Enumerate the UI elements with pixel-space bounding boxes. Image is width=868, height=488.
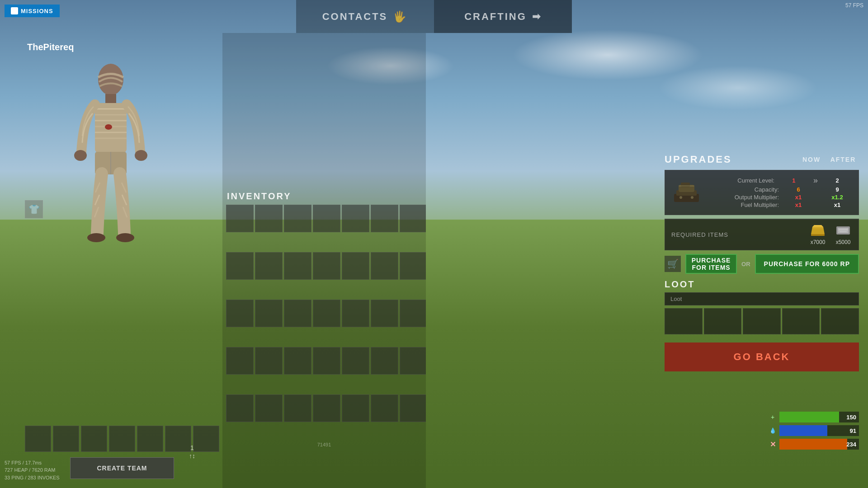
hotbar-slot-3[interactable]: [81, 426, 107, 452]
inv-slot-4-1[interactable]: [255, 394, 283, 422]
hotbar-slot-4[interactable]: [109, 426, 135, 452]
inv-slot-2-2[interactable]: [284, 300, 311, 327]
req-item-1-count: x7000: [811, 239, 826, 245]
inv-slot-1-0[interactable]: [226, 252, 254, 280]
hotbar-slot-2[interactable]: [53, 426, 79, 452]
current-level-label: Current Level:: [708, 177, 778, 184]
inv-slot-2-1[interactable]: [255, 300, 283, 327]
inv-slot-3-6[interactable]: [400, 347, 426, 375]
loot-grid: [665, 308, 859, 334]
inv-slot-3-5[interactable]: [371, 347, 398, 375]
debug-heap: 727 HEAP / 7620 RAM: [5, 466, 60, 474]
purchase-items-button[interactable]: PURCHASE FOR ITEMS: [685, 254, 737, 274]
inventory-grid-container: [226, 205, 422, 441]
contacts-tab[interactable]: CONTACTS 🖐: [296, 0, 434, 33]
inv-slot-0-2[interactable]: [284, 205, 311, 232]
inv-slot-1-2[interactable]: [284, 252, 311, 280]
missions-icon: [11, 7, 18, 14]
nav-tabs: CONTACTS 🖐 CRAFTING ➡: [296, 0, 572, 33]
loot-slot-0[interactable]: [665, 308, 703, 334]
health-bar-fill: [779, 412, 839, 422]
hydration-bar-row: 💧 91: [769, 425, 859, 436]
loot-slot-4[interactable]: [821, 308, 859, 334]
inv-slot-3-4[interactable]: [342, 347, 369, 375]
inv-slot-4-0[interactable]: [226, 394, 254, 422]
inv-slot-3-3[interactable]: [313, 347, 340, 375]
right-panel: UPGRADES NOW AFTER: [665, 154, 859, 371]
cart-icon: 🛒: [667, 258, 679, 269]
column-headers: NOW AFTER: [796, 156, 859, 163]
go-back-button[interactable]: GO BACK: [665, 343, 859, 371]
inv-slot-2-0[interactable]: [226, 300, 254, 327]
req-item-2-count: x5000: [836, 239, 851, 245]
stat-current-level: Current Level: 1 » 2: [708, 176, 853, 185]
inv-slot-4-5[interactable]: [371, 394, 398, 422]
hydration-value: 91: [850, 427, 856, 434]
upgrade-row: Current Level: 1 » 2 Capacity: 6 9 Outpu…: [670, 176, 853, 209]
gold-bar-icon: [809, 224, 827, 237]
inv-slot-0-4[interactable]: [342, 205, 369, 232]
fps-counter: 57 FPS: [845, 2, 863, 9]
inv-slot-2-6[interactable]: [400, 300, 426, 327]
character-model: [47, 57, 174, 274]
inv-slot-0-6[interactable]: [400, 205, 426, 232]
inv-slot-3-1[interactable]: [255, 347, 283, 375]
loot-slot-2[interactable]: [743, 308, 781, 334]
inv-slot-4-6[interactable]: [400, 394, 426, 422]
svg-point-9: [105, 124, 112, 130]
inv-slot-4-4[interactable]: [342, 394, 369, 422]
hydration-bar-bg: 91: [779, 425, 859, 436]
debug-info: 57 FPS / 17.7ms 727 HEAP / 7620 RAM 33 P…: [5, 459, 60, 482]
hotbar-slot-1[interactable]: [25, 426, 51, 452]
clothing-slot[interactable]: 👕: [25, 200, 43, 218]
purchase-rp-button[interactable]: PURCHASE FOR 6000 RP: [755, 254, 859, 274]
required-item-1: x7000: [809, 224, 827, 245]
hotbar-slot-5[interactable]: [137, 426, 163, 452]
inv-slot-3-2[interactable]: [284, 347, 311, 375]
missions-button[interactable]: MISSIONS: [5, 5, 60, 17]
hotbar-slot-7[interactable]: [193, 426, 219, 452]
svg-point-20: [87, 233, 105, 242]
health-bar-bg: 150: [779, 412, 859, 422]
inv-slot-1-6[interactable]: [400, 252, 426, 280]
inv-slot-3-0[interactable]: [226, 347, 254, 375]
create-team-button[interactable]: CREATE TEAM: [70, 457, 174, 479]
status-bars: + 150 💧 91 ✕ 234: [769, 412, 859, 450]
inv-slot-1-5[interactable]: [371, 252, 398, 280]
food-value: 234: [846, 441, 856, 448]
inv-slot-0-0[interactable]: [226, 205, 254, 232]
inv-slot-0-5[interactable]: [371, 205, 398, 232]
capacity-now: 6: [783, 186, 814, 193]
inv-slot-2-4[interactable]: [342, 300, 369, 327]
stat-fuel-mult: Fuel Multiplier: x1 x1: [708, 202, 853, 208]
inv-slot-0-1[interactable]: [255, 205, 283, 232]
output-mult-after: x1.2: [821, 194, 853, 201]
inventory-area: INVENTORY: [222, 33, 426, 488]
inv-slot-1-3[interactable]: [313, 252, 340, 280]
stat-output-mult: Output Multiplier: x1 x1.2: [708, 194, 853, 201]
inv-slot-4-3[interactable]: [313, 394, 340, 422]
crafting-tab[interactable]: CRAFTING ➡: [434, 0, 572, 33]
inv-slot-2-5[interactable]: [371, 300, 398, 327]
req-item-1-icon: [809, 224, 827, 237]
loot-slot-1[interactable]: [704, 308, 742, 334]
col-after: AFTER: [827, 156, 859, 163]
col-now: NOW: [796, 156, 827, 163]
svg-point-10: [74, 150, 87, 161]
svg-rect-32: [812, 227, 823, 228]
health-value: 150: [846, 414, 856, 421]
inv-slot-1-1[interactable]: [255, 252, 283, 280]
missions-label: MISSIONS: [21, 8, 53, 14]
svg-rect-1: [105, 94, 116, 103]
inv-slot-2-3[interactable]: [313, 300, 340, 327]
inv-slot-4-2[interactable]: [284, 394, 311, 422]
loot-slot-3[interactable]: [782, 308, 820, 334]
sort-arrows[interactable]: ↑↕: [189, 452, 195, 460]
cart-icon-box: 🛒: [665, 256, 681, 272]
hotbar-slot-6[interactable]: [165, 426, 191, 452]
inventory-page-label: 71491: [222, 442, 426, 447]
inv-slot-0-3[interactable]: [313, 205, 340, 232]
hydration-icon: 💧: [769, 427, 777, 435]
upgrade-stats: Current Level: 1 » 2 Capacity: 6 9 Outpu…: [702, 176, 853, 209]
inv-slot-1-4[interactable]: [342, 252, 369, 280]
